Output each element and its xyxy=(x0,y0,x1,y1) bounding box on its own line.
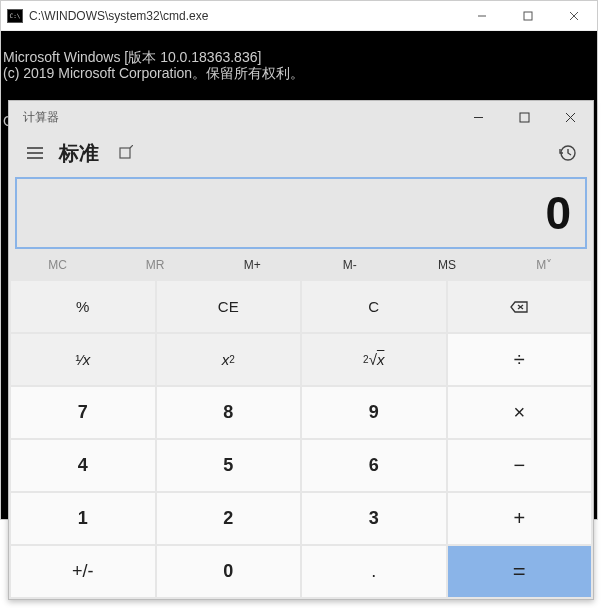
memory-row: MC MR M+ M- MS M˅ xyxy=(9,251,593,279)
display-value: 0 xyxy=(545,186,571,240)
reciprocal-key[interactable]: ¹∕x xyxy=(11,334,155,385)
svg-rect-5 xyxy=(520,113,529,122)
sqrt-key[interactable]: 2√x xyxy=(302,334,446,385)
ms-button[interactable]: MS xyxy=(398,251,495,279)
mode-label: 标准 xyxy=(55,140,103,167)
digit-0-key[interactable]: 0 xyxy=(157,546,301,597)
display: 0 xyxy=(15,177,587,249)
mlist-button[interactable]: M˅ xyxy=(496,251,593,279)
equals-key[interactable]: = xyxy=(448,546,592,597)
mc-button[interactable]: MC xyxy=(9,251,106,279)
calc-title: 计算器 xyxy=(9,109,455,126)
divide-key[interactable]: ÷ xyxy=(448,334,592,385)
ce-key[interactable]: CE xyxy=(157,281,301,332)
digit-4-key[interactable]: 4 xyxy=(11,440,155,491)
mminus-button[interactable]: M- xyxy=(301,251,398,279)
calculator-window: 计算器 标准 0 MC MR M+ M- MS M˅ % CE C xyxy=(8,100,594,600)
keypad: % CE C ¹∕x x2 2√x ÷ 7 8 9 × 4 5 6 − 1 2 … xyxy=(9,279,593,599)
c-key[interactable]: C xyxy=(302,281,446,332)
svg-rect-11 xyxy=(120,148,130,158)
digit-7-key[interactable]: 7 xyxy=(11,387,155,438)
square-key[interactable]: x2 xyxy=(157,334,301,385)
digit-1-key[interactable]: 1 xyxy=(11,493,155,544)
digit-3-key[interactable]: 3 xyxy=(302,493,446,544)
calc-minimize-button[interactable] xyxy=(455,101,501,133)
digit-2-key[interactable]: 2 xyxy=(157,493,301,544)
calc-header: 标准 xyxy=(9,133,593,173)
cmd-title: C:\WINDOWS\system32\cmd.exe xyxy=(29,9,459,23)
digit-9-key[interactable]: 9 xyxy=(302,387,446,438)
mr-button[interactable]: MR xyxy=(106,251,203,279)
decimal-key[interactable]: . xyxy=(302,546,446,597)
cmd-titlebar[interactable]: C:\WINDOWS\system32\cmd.exe xyxy=(1,1,597,31)
backspace-key[interactable] xyxy=(448,281,592,332)
subtract-key[interactable]: − xyxy=(448,440,592,491)
cmd-icon xyxy=(7,9,23,23)
calc-maximize-button[interactable] xyxy=(501,101,547,133)
add-key[interactable]: + xyxy=(448,493,592,544)
hamburger-menu-button[interactable] xyxy=(15,133,55,173)
keep-on-top-button[interactable] xyxy=(107,135,143,171)
calc-titlebar[interactable]: 计算器 xyxy=(9,101,593,133)
cmd-line: (c) 2019 Microsoft Corporation。保留所有权利。 xyxy=(3,65,595,81)
digit-8-key[interactable]: 8 xyxy=(157,387,301,438)
cmd-line: Microsoft Windows [版本 10.0.18363.836] xyxy=(3,49,595,65)
cmd-maximize-button[interactable] xyxy=(505,1,551,31)
cmd-minimize-button[interactable] xyxy=(459,1,505,31)
multiply-key[interactable]: × xyxy=(448,387,592,438)
calc-close-button[interactable] xyxy=(547,101,593,133)
negate-key[interactable]: +/- xyxy=(11,546,155,597)
mplus-button[interactable]: M+ xyxy=(204,251,301,279)
digit-6-key[interactable]: 6 xyxy=(302,440,446,491)
cmd-close-button[interactable] xyxy=(551,1,597,31)
svg-rect-1 xyxy=(524,12,532,20)
digit-5-key[interactable]: 5 xyxy=(157,440,301,491)
history-button[interactable] xyxy=(547,133,587,173)
percent-key[interactable]: % xyxy=(11,281,155,332)
